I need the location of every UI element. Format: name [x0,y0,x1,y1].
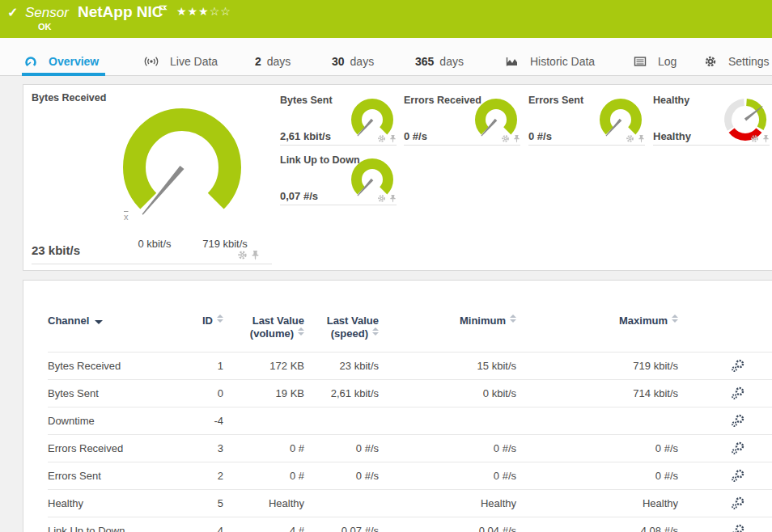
gauge-panel-errors-received[interactable]: Errors Received 0 #/s [404,91,520,146]
sort-toggle-icon [217,315,223,323]
channel-name: Bytes Received [48,353,193,380]
channel-last-value-volume: 4 # [223,517,304,532]
edit-channel-gear-icon[interactable] [237,250,248,260]
channels-table-card: Channel ID Last Value (volume) Last Valu… [23,280,772,532]
tab-30-days[interactable]: 30 days [332,48,374,75]
pin-channel-icon[interactable] [762,134,770,143]
sort-desc-caret-icon [95,320,103,324]
channel-row: Errors Received 3 0 # 0 #/s 0 #/s 0 #/s [48,435,772,462]
channel-minimum: 0,04 #/s [379,517,516,532]
tab-overview[interactable]: Overview [24,48,99,75]
pin-channel-icon[interactable] [389,194,397,203]
sensor-type-label: Sensor [25,5,69,21]
channel-id: -4 [193,407,223,435]
area-chart-icon [506,56,519,67]
edit-channel-gear-icon[interactable] [501,134,510,143]
gauge-panel-bytes-sent[interactable]: Bytes Sent 2,61 kbit/s [280,91,397,146]
edit-channel-gear-icon[interactable] [377,134,386,143]
column-header-channel[interactable]: Channel [48,305,193,353]
channel-minimum [379,407,516,435]
channel-name: Healthy [48,490,193,517]
pin-channel-icon[interactable] [389,134,397,143]
tab-2-days[interactable]: 2 days [255,48,291,75]
edit-channel-gear-icon[interactable] [377,194,386,203]
channel-id: 2 [193,462,223,490]
divider [32,264,272,264]
channel-row: Bytes Sent 0 19 KB 2,61 kbit/s 0 kbit/s … [48,380,772,407]
table-header-row: Channel ID Last Value (volume) Last Valu… [48,305,772,353]
channel-row: Link Up to Down 4 4 # 0,07 #/s 0,04 #/s … [48,517,772,532]
channel-minimum: 0 kbit/s [379,380,516,407]
gauge-current-value: Healthy [653,130,691,142]
column-header-minimum[interactable]: Minimum [379,305,516,353]
channel-settings-gears-icon[interactable] [731,496,745,510]
channel-row: Errors Sent 2 0 # 0 #/s 0 #/s 0 #/s [48,462,772,490]
live-data-icon [144,56,159,67]
channel-settings-gears-icon[interactable] [731,469,745,483]
channel-settings-gears-icon[interactable] [731,414,745,428]
average-marker: x [124,212,129,222]
channel-maximum: 4,08 #/s [516,517,678,532]
channel-id: 3 [193,435,223,462]
sort-toggle-icon [372,327,379,336]
channel-settings-gears-icon[interactable] [731,441,745,455]
channel-last-value-speed: 0,07 #/s [304,517,379,532]
tab-historic-data[interactable]: Historic Data [506,48,595,75]
channel-maximum [516,407,678,435]
channel-id: 0 [193,380,223,407]
tab-live-data[interactable]: Live Data [144,48,218,75]
gauge-max-label: 719 kbit/s [193,238,257,250]
tab-label: Historic Data [530,55,595,68]
sort-toggle-icon [298,327,304,336]
channel-last-value-speed: 23 kbit/s [304,353,379,380]
tab-365-days[interactable]: 365 days [415,48,464,75]
flag-icon[interactable] [159,4,168,19]
gauge-current-value: 23 kbit/s [32,243,80,257]
channel-name: Bytes Sent [48,380,193,407]
gauge-icon [24,56,37,68]
column-header-maximum[interactable]: Maximum [516,305,678,353]
priority-stars[interactable]: ★★★☆☆ [176,5,231,18]
channel-settings-gears-icon[interactable] [731,359,745,373]
gauge-panel-errors-sent[interactable]: Errors Sent 0 #/s [528,91,645,146]
log-list-icon [634,56,647,67]
channel-settings-gears-icon[interactable] [731,524,745,532]
edit-channel-gear-icon[interactable] [750,134,759,143]
channel-id: 1 [193,353,223,380]
tab-bar: Overview Live Data 2 days 30 days 365 da… [0,38,772,76]
channel-maximum: 0 #/s [516,435,678,462]
channel-row: Downtime -4 [48,407,772,435]
pin-channel-icon[interactable] [638,134,645,143]
gauge-title: Errors Received [404,95,481,106]
gauge-title: Healthy [653,95,689,106]
tab-settings[interactable]: Settings [704,48,770,75]
column-header-last-value-speed[interactable]: Last Value (speed) [304,305,379,353]
pin-channel-icon[interactable] [513,134,520,143]
channel-minimum: Healthy [379,490,516,517]
channel-last-value-speed: 0 #/s [304,462,379,490]
channels-table: Channel ID Last Value (volume) Last Valu… [48,305,772,532]
edit-channel-gear-icon[interactable] [626,134,634,143]
column-header-last-value-volume[interactable]: Last Value (volume) [223,305,304,353]
channel-last-value-volume: 172 KB [223,353,304,380]
channel-id: 4 [193,517,223,532]
gauge-panel-link-up-to-down[interactable]: Link Up to Down 0,07 #/s [280,151,397,205]
column-header-id[interactable]: ID [193,305,223,353]
column-header-actions [678,305,772,353]
gauge-current-value: 0 #/s [528,130,552,142]
gauge-panel-healthy[interactable]: Healthy Healthy [653,91,770,146]
channel-row: Bytes Received 1 172 KB 23 kbit/s 15 kbi… [48,353,772,380]
channel-maximum: 719 kbit/s [516,353,678,380]
channel-maximum: 0 #/s [516,462,678,490]
channel-settings-gears-icon[interactable] [731,386,745,400]
tab-log[interactable]: Log [634,48,677,75]
pin-channel-icon[interactable] [251,250,260,260]
tab-label: Log [658,55,677,68]
gauge-current-value: 2,61 kbit/s [280,130,331,142]
gauge-panel-bytes-received[interactable]: Bytes Received x 23 kbit/s 0 kbit/s 719 … [23,85,274,270]
tab-label: days [350,55,375,68]
gauge-title: Errors Sent [528,95,583,106]
channel-name: Errors Received [48,435,193,462]
channel-last-value-volume: 0 # [223,462,304,490]
gauge-title: Bytes Received [32,92,106,103]
